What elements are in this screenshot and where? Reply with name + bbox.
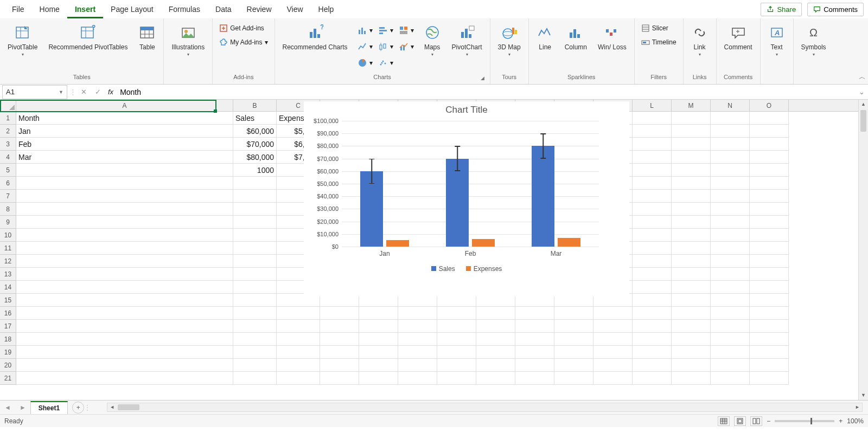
cell-B12[interactable] — [233, 255, 277, 268]
share-button[interactable]: Share — [761, 3, 802, 16]
cell-L9[interactable] — [633, 216, 672, 229]
cell-O2[interactable] — [750, 125, 789, 138]
cell-C20[interactable] — [277, 359, 320, 372]
cell-B11[interactable] — [233, 242, 277, 255]
cell-L8[interactable] — [633, 203, 672, 216]
cell-G16[interactable] — [437, 307, 476, 320]
cell-N15[interactable] — [711, 294, 750, 307]
cell-D20[interactable] — [320, 359, 359, 372]
row-header-9[interactable]: 9 — [0, 216, 16, 229]
cell-N7[interactable] — [711, 190, 750, 203]
cell-O18[interactable] — [750, 333, 789, 346]
cell-L3[interactable] — [633, 138, 672, 151]
cell-A6[interactable] — [16, 177, 233, 190]
cell-B10[interactable] — [233, 229, 277, 242]
enter-formula-button[interactable]: ✓ — [92, 88, 104, 96]
row-header-8[interactable]: 8 — [0, 203, 16, 216]
cell-N10[interactable] — [711, 229, 750, 242]
cell-M15[interactable] — [672, 294, 711, 307]
cell-L14[interactable] — [633, 281, 672, 294]
cell-M9[interactable] — [672, 216, 711, 229]
cell-B4[interactable]: $80,000 — [233, 151, 277, 164]
vertical-scrollbar[interactable]: ▲ ▼ — [858, 100, 868, 400]
cell-H17[interactable] — [476, 320, 515, 333]
row-header-1[interactable]: 1 — [0, 112, 16, 125]
chart-bar-sales-mar[interactable] — [532, 146, 554, 247]
cell-O21[interactable] — [750, 372, 789, 385]
legend-item-expenses[interactable]: Expenses — [466, 265, 502, 273]
formula-expand-button[interactable]: ⌄ — [856, 88, 868, 96]
cell-N12[interactable] — [711, 255, 750, 268]
cell-A17[interactable] — [16, 320, 233, 333]
menu-tab-data[interactable]: Data — [208, 1, 239, 18]
cell-M13[interactable] — [672, 268, 711, 281]
cell-M14[interactable] — [672, 281, 711, 294]
row-header-21[interactable]: 21 — [0, 372, 16, 385]
cell-L17[interactable] — [633, 320, 672, 333]
row-header-18[interactable]: 18 — [0, 333, 16, 346]
cell-B8[interactable] — [233, 203, 277, 216]
ribbon-collapse-button[interactable]: ︿ — [859, 73, 866, 81]
chart-bar-sales-jan[interactable] — [360, 171, 383, 247]
chart-bar-expenses-mar[interactable] — [558, 238, 580, 247]
cell-H21[interactable] — [476, 372, 515, 385]
cell-O6[interactable] — [750, 177, 789, 190]
cell-N8[interactable] — [711, 203, 750, 216]
row-header-14[interactable]: 14 — [0, 281, 16, 294]
row-header-5[interactable]: 5 — [0, 164, 16, 177]
cell-N19[interactable] — [711, 346, 750, 359]
3d-map-button[interactable]: 3D Map▾ — [495, 23, 524, 59]
cell-D21[interactable] — [320, 372, 359, 385]
cell-A7[interactable] — [16, 190, 233, 203]
cell-F17[interactable] — [398, 320, 437, 333]
cancel-formula-button[interactable]: ✕ — [78, 88, 90, 96]
cell-A15[interactable] — [16, 294, 233, 307]
fx-button[interactable]: fx — [108, 88, 113, 96]
comments-button[interactable]: Comments — [807, 3, 864, 16]
col-header-B[interactable]: B — [233, 100, 277, 111]
cell-M17[interactable] — [672, 320, 711, 333]
cell-O8[interactable] — [750, 203, 789, 216]
cell-O11[interactable] — [750, 242, 789, 255]
name-box[interactable]: A1▼ — [2, 85, 67, 99]
cell-O17[interactable] — [750, 320, 789, 333]
pivottable-button[interactable]: PivotTable▾ — [4, 23, 41, 59]
cell-J18[interactable] — [554, 333, 593, 346]
vscroll-thumb[interactable] — [860, 110, 866, 132]
cell-B15[interactable] — [233, 294, 277, 307]
cell-O4[interactable] — [750, 151, 789, 164]
row-header-20[interactable]: 20 — [0, 359, 16, 372]
cell-D19[interactable] — [320, 346, 359, 359]
cell-B14[interactable] — [233, 281, 277, 294]
cell-E21[interactable] — [359, 372, 398, 385]
pie-chart-button[interactable]: ▾ — [355, 55, 375, 70]
chart-bar-expenses-jan[interactable] — [386, 240, 409, 247]
charts-dialog-launcher[interactable]: ◢ — [481, 75, 484, 81]
cell-N18[interactable] — [711, 333, 750, 346]
cell-B5[interactable]: 1000 — [233, 164, 277, 177]
cell-L5[interactable] — [633, 164, 672, 177]
cell-N13[interactable] — [711, 268, 750, 281]
scroll-up-button[interactable]: ▲ — [859, 100, 868, 109]
get-addins-button[interactable]: Get Add-ins — [217, 23, 270, 34]
cell-G20[interactable] — [437, 359, 476, 372]
zoom-level[interactable]: 100% — [847, 417, 864, 425]
col-header-M[interactable]: M — [672, 100, 711, 111]
cell-H18[interactable] — [476, 333, 515, 346]
cell-F21[interactable] — [398, 372, 437, 385]
cell-B16[interactable] — [233, 307, 277, 320]
cell-A3[interactable]: Feb — [16, 138, 233, 151]
cell-K21[interactable] — [593, 372, 633, 385]
cell-L21[interactable] — [633, 372, 672, 385]
chart-bar-sales-feb[interactable] — [446, 159, 469, 247]
cell-B1[interactable]: Sales — [233, 112, 277, 125]
embedded-chart[interactable]: Chart Title $0$10,000$20,000$30,000$40,0… — [304, 101, 629, 296]
cell-B3[interactable]: $70,000 — [233, 138, 277, 151]
menu-tab-insert[interactable]: Insert — [67, 1, 103, 18]
cell-M20[interactable] — [672, 359, 711, 372]
cell-L7[interactable] — [633, 190, 672, 203]
cell-N14[interactable] — [711, 281, 750, 294]
cell-O19[interactable] — [750, 346, 789, 359]
chart-title[interactable]: Chart Title — [304, 101, 629, 119]
cell-N20[interactable] — [711, 359, 750, 372]
